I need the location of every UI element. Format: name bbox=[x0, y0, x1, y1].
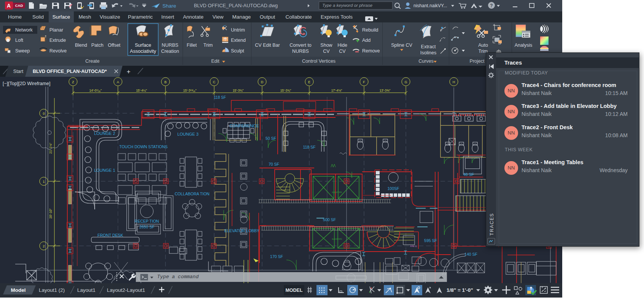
svg-text:TOUCH DOWN STATIONS: TOUCH DOWN STATIONS bbox=[119, 144, 167, 149]
svg-text:Fillet: Fillet bbox=[187, 43, 197, 48]
svg-text:20'-10": 20'-10" bbox=[49, 209, 52, 218]
svg-text:BLVD OFFICE_PLAN-AUTOCAD*: BLVD OFFICE_PLAN-AUTOCAD* bbox=[33, 69, 107, 74]
svg-text:CV Edit Bar: CV Edit Bar bbox=[255, 43, 280, 48]
svg-text:Project: Project bbox=[470, 59, 485, 64]
svg-text:Start: Start bbox=[13, 69, 24, 74]
svg-text:50 SF: 50 SF bbox=[266, 136, 276, 141]
svg-text:Revolve: Revolve bbox=[49, 48, 67, 54]
svg-text:COLLABORA TION: COLLABORA TION bbox=[175, 192, 209, 196]
svg-text:LOUNGE 2: LOUNGE 2 bbox=[94, 131, 115, 136]
svg-text:Surface: Surface bbox=[135, 43, 151, 48]
svg-text:595 SF: 595 SF bbox=[424, 238, 437, 243]
svg-text:118 SF: 118 SF bbox=[214, 95, 226, 100]
svg-text:Creation: Creation bbox=[161, 49, 179, 54]
svg-text:C: C bbox=[213, 80, 216, 84]
svg-text:15'-4¼": 15'-4¼" bbox=[136, 89, 147, 92]
svg-text:17'-4⅛": 17'-4⅛" bbox=[331, 89, 342, 92]
svg-text:Blend: Blend bbox=[75, 43, 87, 48]
svg-text:46 SF: 46 SF bbox=[463, 172, 474, 177]
svg-text:CONFERENCE: CONFERENCE bbox=[229, 124, 259, 128]
svg-text:Hide: Hide bbox=[337, 43, 347, 48]
svg-text:Show: Show bbox=[320, 43, 332, 48]
svg-text:Untrim: Untrim bbox=[231, 27, 245, 33]
svg-text:ELEVATOR LOBBY: ELEVATOR LOBBY bbox=[224, 228, 259, 233]
svg-text:H: H bbox=[453, 80, 455, 84]
svg-text:Analysis: Analysis bbox=[515, 43, 533, 48]
svg-text:Sculpt: Sculpt bbox=[231, 48, 244, 54]
svg-text:Model: Model bbox=[11, 287, 26, 293]
svg-text:NURBS: NURBS bbox=[162, 43, 178, 48]
svg-text:Convert to: Convert to bbox=[289, 43, 312, 48]
svg-text:2: 2 bbox=[43, 244, 45, 248]
svg-text:LOUNGE 3: LOUNGE 3 bbox=[177, 132, 199, 136]
svg-text:14'-0⁷⁄₁₆": 14'-0⁷⁄₁₆" bbox=[89, 89, 102, 92]
svg-text:Rebuild: Rebuild bbox=[362, 27, 378, 33]
svg-text:Auto: Auto bbox=[478, 43, 488, 48]
svg-text:Extend: Extend bbox=[231, 38, 246, 43]
svg-text:Loft: Loft bbox=[15, 38, 23, 43]
svg-text:F: F bbox=[363, 80, 365, 84]
svg-text:NURBS: NURBS bbox=[292, 49, 309, 54]
svg-text:1: 1 bbox=[43, 180, 45, 184]
svg-text:140 SF: 140 SF bbox=[464, 252, 477, 256]
svg-text:Layout1: Layout1 bbox=[77, 287, 95, 293]
svg-text:15'-3¾": 15'-3¾" bbox=[280, 89, 291, 92]
svg-text:Isolines: Isolines bbox=[420, 50, 436, 55]
svg-text:ELEVATORS: ELEVATORS bbox=[332, 238, 342, 240]
svg-text:CAD: CAD bbox=[15, 3, 23, 8]
svg-text:D: D bbox=[261, 80, 264, 84]
svg-text:Layout1 (2): Layout1 (2) bbox=[39, 287, 65, 293]
svg-text:15'-3¹³⁄₁₆": 15'-3¹³⁄₁₆" bbox=[183, 89, 196, 92]
svg-text:G: G bbox=[404, 80, 407, 84]
svg-text:ELEVATORS: ELEVATORS bbox=[332, 192, 342, 193]
svg-text:Layout2-Layout1: Layout2-Layout1 bbox=[107, 287, 145, 293]
svg-text:Create: Create bbox=[85, 59, 100, 64]
svg-text:Edit: Edit bbox=[211, 59, 219, 64]
svg-text:+: + bbox=[127, 68, 130, 75]
svg-text:Associativity: Associativity bbox=[130, 49, 157, 54]
svg-text:A: A bbox=[117, 80, 119, 84]
svg-text:Sweep: Sweep bbox=[15, 48, 30, 54]
svg-text:TRACES: TRACES bbox=[489, 213, 495, 236]
svg-text:170 SF: 170 SF bbox=[270, 254, 283, 259]
svg-text:LOUNGE 1: LOUNGE 1 bbox=[94, 168, 115, 173]
svg-text:Planar: Planar bbox=[49, 27, 63, 33]
svg-text:CV: CV bbox=[339, 49, 346, 54]
svg-text:Extrude: Extrude bbox=[49, 38, 66, 43]
svg-text:RECEP TION: RECEP TION bbox=[135, 219, 159, 223]
svg-text:1/8" = 1'-0": 1/8" = 1'-0" bbox=[447, 287, 473, 293]
svg-text:Control Vertices: Control Vertices bbox=[302, 59, 336, 64]
svg-text:E: E bbox=[308, 80, 310, 84]
svg-text:2650 SF: 2650 SF bbox=[139, 225, 154, 229]
svg-text:MODEL: MODEL bbox=[285, 288, 303, 293]
svg-text:PIPE 12: PIPE 12 bbox=[410, 245, 417, 247]
svg-text:Extract: Extract bbox=[421, 44, 436, 49]
svg-text:A: A bbox=[7, 3, 11, 9]
svg-text:Add: Add bbox=[362, 38, 370, 43]
svg-text:Patch: Patch bbox=[91, 43, 103, 48]
svg-text:100SF: 100SF bbox=[388, 186, 399, 191]
svg-text:0: 0 bbox=[43, 112, 45, 116]
svg-text:15'-3¾": 15'-3¾" bbox=[233, 89, 244, 92]
svg-text:70 SF: 70 SF bbox=[269, 162, 279, 166]
svg-text:Trim: Trim bbox=[204, 43, 213, 48]
svg-text:Z: Z bbox=[72, 80, 74, 84]
svg-text:B: B bbox=[164, 80, 167, 84]
svg-text:Spline CV: Spline CV bbox=[391, 43, 412, 48]
svg-text:Curves: Curves bbox=[418, 59, 434, 64]
svg-text:Remove: Remove bbox=[362, 48, 380, 54]
svg-text:500 SF: 500 SF bbox=[323, 217, 336, 222]
svg-text:13'-3⅜": 13'-3⅜" bbox=[380, 89, 391, 92]
svg-text:Network: Network bbox=[15, 27, 33, 33]
svg-text:?: ? bbox=[490, 3, 493, 8]
svg-text:CV: CV bbox=[323, 49, 330, 54]
svg-text:FRONT DESK: FRONT DESK bbox=[97, 233, 123, 238]
svg-text:Offset: Offset bbox=[108, 43, 121, 48]
svg-text:118 SF: 118 SF bbox=[303, 145, 315, 149]
svg-text:Share: Share bbox=[162, 3, 176, 9]
